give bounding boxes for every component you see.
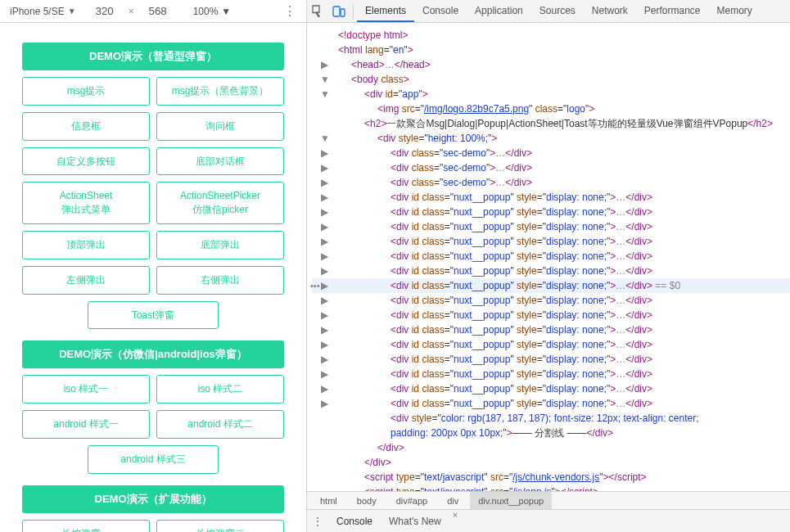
demo-button[interactable]: iso 样式一 [22,375,150,404]
tab-application[interactable]: Application [467,0,531,22]
breadcrumb-item[interactable]: div#app [388,492,436,510]
demo-button[interactable]: 长按弹窗一 [22,520,150,532]
demo-button[interactable]: 信息框 [22,112,150,141]
section-header: DEMO演示（仿微信|android|ios弹窗） [22,340,284,368]
demo-button[interactable]: 顶部弹出 [22,231,150,259]
demo-button[interactable]: Toast弹窗 [88,301,219,330]
more-options-icon[interactable]: ⋮ [278,3,301,19]
dom-line[interactable]: ▶<div id class="nuxt__popup" style="disp… [312,322,790,337]
breadcrumb-item[interactable]: div [439,492,467,510]
dom-line[interactable]: <h2>一款聚合Msg|Dialog|Popup|ActionSheet|Toa… [312,116,790,131]
dom-line[interactable]: ▶<div class="sec-demo">…</div> [312,160,790,175]
section-header: DEMO演示（扩展功能） [22,485,284,513]
close-icon[interactable]: × [449,510,461,533]
drawer-tab-console[interactable]: Console [328,510,381,533]
dom-line[interactable]: </div> [312,455,790,470]
demo-button[interactable]: android 样式二 [156,410,284,439]
dom-line[interactable]: <!doctype html> [312,28,790,43]
dom-line[interactable]: ▶<div id class="nuxt__popup" style="disp… [312,249,790,264]
drawer-tab-what-s-new[interactable]: What's New [381,510,449,533]
dimension-x: × [129,6,134,17]
elements-tree[interactable]: <!doctype html><html lang="en">▶<head>…<… [307,23,790,491]
demo-button[interactable]: 底部对话框 [156,147,284,176]
dom-line[interactable]: ▶<div id class="nuxt__popup" style="disp… [312,219,790,234]
dom-line[interactable]: <script type="text/javascript" src="/js/… [312,470,790,485]
demo-button[interactable]: ActionSheetPicker仿微信picker [156,182,284,224]
dom-line[interactable]: ▶<div id class="nuxt__popup" style="disp… [312,367,790,381]
dom-line[interactable]: <script type="text/javascript" src="/js/… [312,485,790,491]
dom-line[interactable]: ▶<div class="sec-demo">…</div> [312,146,790,160]
dom-line[interactable]: padding: 200px 0px 10px;">—— 分割线 ——</div… [312,426,790,440]
devtools-tabs: ElementsConsoleApplicationSourcesNetwork… [357,0,761,22]
dom-line[interactable]: ▶<div id class="nuxt__popup" style="disp… [312,352,790,367]
device-viewport: DEMO演示（普通型弹窗）msg提示msg提示（黑色背景）信息框询问框自定义多按… [0,23,306,532]
devtools-toolbar: ElementsConsoleApplicationSourcesNetwork… [307,0,790,23]
demo-button[interactable]: msg提示（黑色背景） [156,77,284,106]
dom-line[interactable]: ▼<div id="app"> [312,87,790,101]
toggle-device-icon[interactable] [328,0,350,23]
zoom-value: 100% [193,6,219,17]
demo-button[interactable]: 底部弹出 [156,231,284,259]
demo-button[interactable]: ActionSheet弹出式菜单 [22,182,150,224]
breadcrumb: htmlbodydiv#appdivdiv.nuxt__popup [307,491,790,509]
section-header: DEMO演示（普通型弹窗） [22,43,284,70]
dom-line[interactable]: ▶<div id class="nuxt__popup" style="disp… [312,308,790,322]
demo-button[interactable]: msg提示 [22,77,150,106]
demo-button[interactable]: iso 样式二 [156,375,284,404]
dom-line[interactable]: ▶<div id class="nuxt__popup" style="disp… [312,381,790,396]
dom-line[interactable]: ▼<body class> [312,72,790,87]
demo-button[interactable]: 右侧弹出 [156,266,284,295]
inspect-element-icon[interactable] [307,0,328,23]
dom-line[interactable]: ▶<div id class="nuxt__popup" style="disp… [312,205,790,219]
dom-line[interactable]: <img src="/img/logo.82b9c7a5.png" class=… [312,101,790,116]
chevron-down-icon: ▼ [221,6,231,17]
demo-button[interactable]: 左侧弹出 [22,266,150,295]
breadcrumb-item[interactable]: html [312,492,345,510]
dom-line[interactable]: ▶<div id class="nuxt__popup" style="disp… [312,278,790,293]
drawer-toolbar: ⋮ ConsoleWhat's New× [307,509,790,532]
tab-memory[interactable]: Memory [709,0,761,22]
breadcrumb-item[interactable]: div.nuxt__popup [470,492,552,510]
tab-performance[interactable]: Performance [636,0,709,22]
dom-line[interactable]: <div style="color: rgb(187, 187, 187); f… [312,411,790,426]
zoom-select[interactable]: 100% ▼ [193,6,232,17]
device-select[interactable]: iPhone 5/SE ▼ [5,2,81,20]
demo-button[interactable]: 询问框 [156,112,284,141]
device-width-input[interactable] [86,3,124,20]
dom-line[interactable]: ▶<div id class="nuxt__popup" style="disp… [312,293,790,308]
breadcrumb-item[interactable]: body [349,492,385,510]
dom-line[interactable]: ▶<div class="sec-demo">…</div> [312,175,790,190]
dom-line[interactable]: ▶<div id class="nuxt__popup" style="disp… [312,190,790,205]
dom-line[interactable]: </div> [312,440,790,455]
chevron-down-icon: ▼ [68,7,76,16]
svg-rect-0 [333,7,340,16]
dom-line[interactable]: ▶<div id class="nuxt__popup" style="disp… [312,234,790,249]
demo-button[interactable]: 长按弹窗二 [156,520,284,532]
dom-line[interactable]: ▶<div id class="nuxt__popup" style="disp… [312,264,790,278]
dom-line[interactable]: ▶<div id class="nuxt__popup" style="disp… [312,396,790,411]
more-options-icon[interactable]: ⋮ [307,510,328,533]
device-height-input[interactable] [139,3,177,20]
dom-line[interactable]: ▶<head>…</head> [312,57,790,72]
dom-line[interactable]: <html lang="en"> [312,43,790,57]
demo-button[interactable]: android 样式一 [22,410,150,439]
dom-line[interactable]: ▼<div style="height: 100%;"> [312,131,790,146]
tab-network[interactable]: Network [584,0,636,22]
tab-console[interactable]: Console [414,0,467,22]
dom-line[interactable]: ▶<div id class="nuxt__popup" style="disp… [312,337,790,352]
svg-rect-1 [341,9,345,16]
device-toolbar: iPhone 5/SE ▼ × 100% ▼ ⋮ [0,0,306,23]
demo-button[interactable]: 自定义多按钮 [22,147,150,176]
tab-elements[interactable]: Elements [357,0,414,22]
tab-sources[interactable]: Sources [531,0,584,22]
demo-button[interactable]: android 样式三 [88,445,219,474]
device-name: iPhone 5/SE [10,6,65,17]
